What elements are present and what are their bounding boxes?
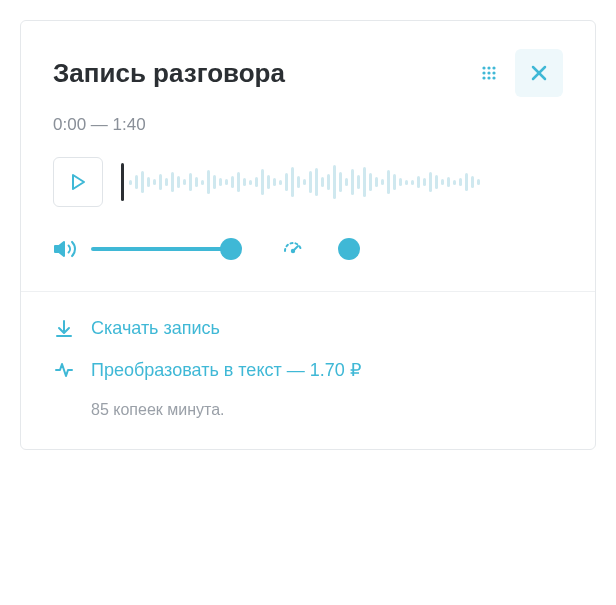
svg-marker-11 (73, 175, 84, 189)
download-icon (53, 319, 75, 339)
svg-point-8 (492, 76, 495, 79)
svg-point-5 (492, 71, 495, 74)
transcribe-label: Преобразовать в текст — 1.70 ₽ (91, 359, 361, 381)
waveform[interactable] (121, 157, 563, 207)
svg-point-7 (487, 76, 490, 79)
header-actions (477, 49, 563, 97)
playback-controls (53, 237, 563, 261)
panel-header: Запись разговора (53, 49, 563, 97)
play-button[interactable] (53, 157, 103, 207)
download-label: Скачать запись (91, 318, 220, 339)
svg-point-14 (292, 250, 294, 252)
price-footnote: 85 копеек минута. (91, 401, 563, 419)
svg-point-3 (482, 71, 485, 74)
svg-point-0 (482, 66, 485, 69)
transcribe-action[interactable]: Преобразовать в текст — 1.70 ₽ (53, 359, 563, 381)
drag-handle-icon[interactable] (477, 61, 501, 85)
svg-point-4 (487, 71, 490, 74)
volume-slider[interactable] (91, 239, 231, 259)
divider (21, 291, 595, 292)
svg-point-1 (487, 66, 490, 69)
panel-title: Запись разговора (53, 58, 285, 89)
activity-icon (53, 360, 75, 380)
svg-point-6 (482, 76, 485, 79)
close-button[interactable] (515, 49, 563, 97)
speed-control (281, 237, 439, 261)
speed-icon (281, 237, 305, 261)
svg-point-2 (492, 66, 495, 69)
time-range: 0:00 — 1:40 (53, 115, 563, 135)
audio-player (53, 157, 563, 207)
svg-marker-12 (55, 242, 64, 256)
playhead[interactable] (121, 163, 124, 201)
volume-control (53, 237, 231, 261)
recording-panel: Запись разговора 0:00 — 1:40 (20, 20, 596, 450)
speed-slider[interactable] (319, 239, 439, 259)
download-action[interactable]: Скачать запись (53, 318, 563, 339)
volume-icon (53, 237, 77, 261)
